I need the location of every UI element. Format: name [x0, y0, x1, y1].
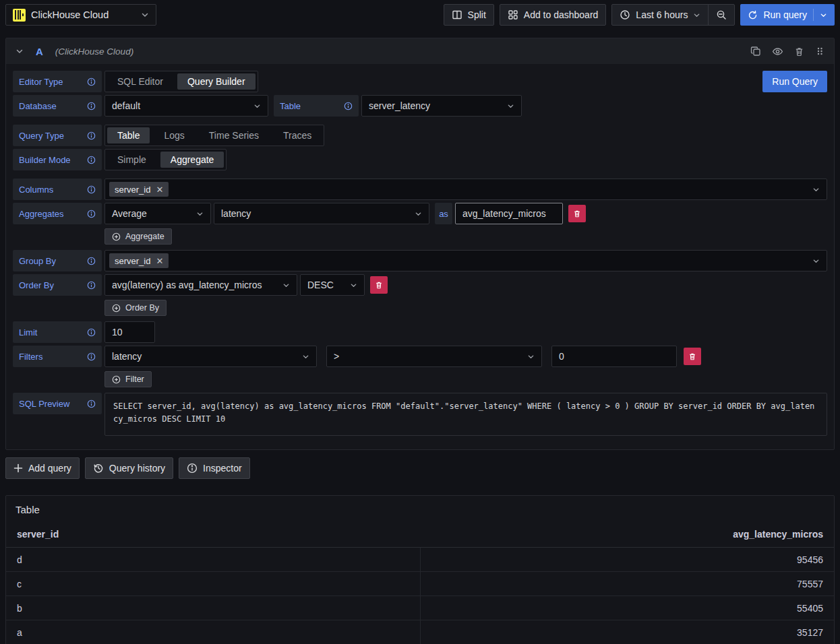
cell-avg-latency: 75557	[420, 572, 834, 595]
database-select[interactable]: default	[104, 95, 268, 117]
info-icon[interactable]	[87, 156, 96, 164]
remove-aggregate-button[interactable]	[568, 205, 586, 222]
zoom-out-button[interactable]	[709, 5, 734, 25]
add-order-by-button[interactable]: Order By	[104, 300, 167, 316]
chevron-down-icon	[820, 11, 827, 19]
table-row: d 95456	[6, 548, 834, 572]
add-aggregate-button[interactable]: Aggregate	[104, 228, 172, 245]
remove-filter-button[interactable]	[684, 348, 701, 365]
builder-mode-simple[interactable]: Simple	[107, 152, 156, 168]
table-select[interactable]: server_latency	[361, 95, 522, 117]
add-to-dashboard-button[interactable]: Add to dashboard	[500, 4, 607, 26]
query-type-traces[interactable]: Traces	[273, 127, 322, 143]
aggregate-column-select[interactable]: latency	[214, 203, 429, 224]
time-controls: Last 6 hours	[611, 4, 735, 26]
collapse-chevron-icon[interactable]	[16, 47, 24, 55]
limit-label: Limit	[13, 321, 102, 343]
info-icon[interactable]	[87, 257, 96, 265]
builder-mode-label: Builder Mode	[13, 149, 102, 170]
time-range-label: Last 6 hours	[636, 9, 688, 20]
builder-mode-toggle: Simple Aggregate	[104, 149, 227, 170]
chevron-down-icon	[812, 186, 820, 193]
split-button[interactable]: Split	[444, 4, 494, 26]
trash-icon	[375, 281, 383, 289]
aggregate-alias-input[interactable]	[455, 203, 563, 224]
editor-type-query-builder[interactable]: Query Builder	[177, 73, 256, 90]
plus-circle-icon	[112, 232, 121, 241]
remove-query-trash-icon[interactable]	[794, 46, 804, 57]
query-history-button[interactable]: Query history	[85, 457, 173, 479]
explore-toolbar: ClickHouse Cloud Split Add to dashboard …	[0, 0, 840, 30]
run-query-button[interactable]: Run query	[740, 4, 835, 26]
chevron-down-icon	[302, 353, 309, 360]
hide-response-eye-icon[interactable]	[772, 46, 783, 57]
filter-value-input[interactable]	[551, 346, 677, 367]
info-icon[interactable]	[87, 281, 96, 290]
chevron-down-icon	[812, 257, 820, 265]
columns-label: Columns	[13, 179, 102, 200]
time-range-picker[interactable]: Last 6 hours	[612, 5, 708, 25]
query-type-time-series[interactable]: Time Series	[199, 127, 269, 143]
query-editor-panel: A (ClickHouse Cloud) Editor Type SQL Edi…	[5, 38, 835, 450]
editor-type-toggle: SQL Editor Query Builder	[104, 71, 258, 92]
info-icon[interactable]	[87, 185, 96, 194]
results-table: server_id avg_latency_micros d 95456 c 7…	[6, 521, 834, 644]
info-icon[interactable]	[87, 102, 96, 110]
info-icon[interactable]	[87, 77, 96, 86]
editor-type-label: Editor Type	[13, 71, 102, 92]
table-row: b 55405	[6, 596, 834, 620]
limit-input[interactable]	[104, 321, 155, 343]
chevron-down-icon	[693, 11, 700, 19]
cell-avg-latency: 55405	[420, 596, 834, 620]
info-icon[interactable]	[344, 102, 353, 110]
info-icon[interactable]	[87, 131, 96, 140]
info-icon[interactable]	[87, 210, 96, 218]
query-builder-form: Editor Type SQL Editor Query Builder Run…	[6, 64, 834, 449]
remove-chip-icon[interactable]: ✕	[156, 257, 163, 265]
query-type-logs[interactable]: Logs	[154, 127, 194, 143]
clock-icon	[620, 9, 630, 20]
order-by-direction-select[interactable]: DESC	[300, 274, 365, 296]
add-filter-row: Filter	[104, 370, 827, 390]
datasource-picker[interactable]: ClickHouse Cloud	[5, 4, 156, 26]
duplicate-query-icon[interactable]	[750, 46, 761, 57]
table-label: Table	[274, 95, 359, 117]
query-row-header[interactable]: A (ClickHouse Cloud)	[6, 38, 834, 64]
columns-multiselect[interactable]: server_id ✕	[104, 179, 827, 200]
info-icon[interactable]	[87, 328, 96, 337]
apps-grid-icon	[508, 9, 518, 20]
add-filter-button[interactable]: Filter	[104, 371, 152, 387]
run-query-panel-button[interactable]: Run Query	[762, 71, 827, 92]
inspector-button[interactable]: Inspector	[179, 457, 250, 479]
chevron-down-icon	[141, 11, 149, 19]
builder-mode-aggregate[interactable]: Aggregate	[160, 152, 224, 168]
history-icon	[93, 463, 104, 474]
trash-icon	[573, 210, 581, 218]
chevron-down-icon	[527, 353, 535, 360]
column-header-server-id[interactable]: server_id	[6, 521, 420, 547]
info-icon[interactable]	[87, 352, 96, 361]
column-header-avg-latency-micros[interactable]: avg_latency_micros	[420, 521, 834, 547]
drag-handle-icon[interactable]	[815, 46, 824, 57]
clickhouse-logo-icon	[13, 9, 26, 22]
plus-circle-icon	[112, 304, 121, 313]
filter-column-select[interactable]: latency	[104, 346, 317, 367]
remove-chip-icon[interactable]: ✕	[156, 185, 163, 194]
chevron-down-icon	[415, 210, 422, 218]
trash-icon	[688, 352, 696, 360]
filter-operator-select[interactable]: >	[326, 346, 542, 367]
editor-type-sql-editor[interactable]: SQL Editor	[107, 73, 173, 90]
add-order-by-row: Order By	[104, 298, 827, 319]
cell-server-id: a	[6, 620, 420, 644]
order-by-field-select[interactable]: avg(latency) as avg_latency_micros	[104, 274, 297, 296]
database-label: Database	[13, 95, 102, 117]
add-query-button[interactable]: Add query	[5, 457, 80, 479]
query-type-table[interactable]: Table	[107, 127, 150, 143]
cell-server-id: b	[6, 596, 420, 620]
aggregate-function-select[interactable]: Average	[104, 203, 211, 224]
group-by-label: Group By	[13, 250, 102, 271]
group-by-multiselect[interactable]: server_id ✕	[104, 250, 827, 271]
remove-order-by-button[interactable]	[370, 276, 388, 294]
datasource-name: ClickHouse Cloud	[31, 9, 136, 20]
info-icon[interactable]	[87, 399, 96, 408]
